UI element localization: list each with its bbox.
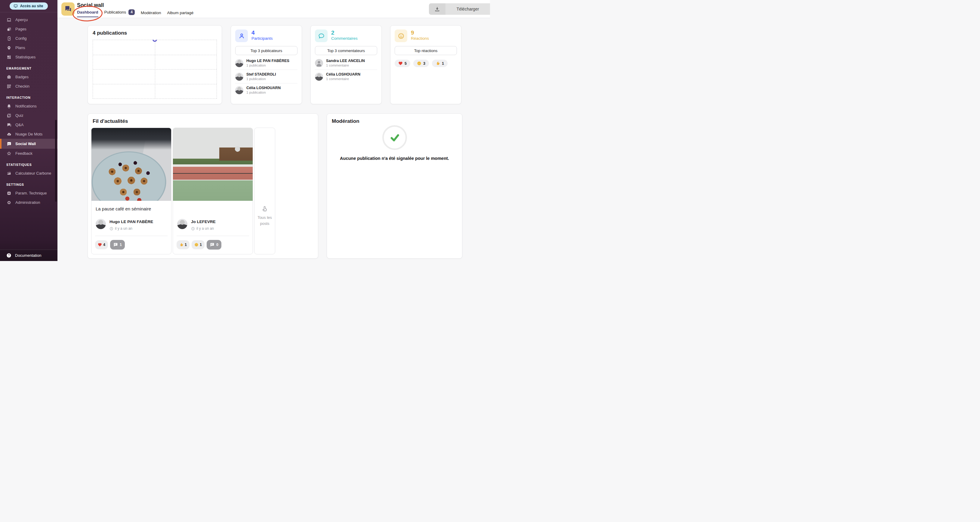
sidebar-item-qa[interactable]: Q&A: [0, 120, 57, 129]
sidebar-item-label: Statistiques: [15, 55, 35, 59]
list-item: Célia LOSHOUARN 1 commentaire: [315, 70, 377, 83]
comments-card: 2 Commentaires Top 3 commentateurs Sandr…: [310, 25, 382, 104]
chip-count: 1: [120, 243, 122, 247]
page-title: Social wall: [77, 2, 104, 8]
tab-publications[interactable]: Publications 4: [104, 10, 135, 17]
sidebar-item-notifications[interactable]: Notifications: [0, 101, 57, 111]
chip-count: 4: [103, 243, 105, 247]
gear-square-icon: [6, 190, 11, 196]
access-site-button[interactable]: Accès au site: [10, 2, 48, 10]
moderation-title: Modération: [332, 118, 457, 125]
dashboard-grid-icon: [6, 54, 11, 60]
laptop-icon: [6, 17, 11, 22]
sidebar-item-checkin[interactable]: Checkin: [0, 81, 57, 91]
sidebar-item-label: Social Wall: [15, 142, 36, 146]
download-button[interactable]: Télécharger: [429, 3, 490, 15]
tab-label: Modération: [141, 11, 161, 15]
list-item: Stef STADEROLI 1 publication: [235, 70, 298, 83]
avatar: [235, 59, 243, 67]
feed-title: Fil d'actualités: [91, 118, 315, 125]
reaction-pill-grin: 3: [413, 60, 429, 67]
sidebar-item-pages[interactable]: Pages: [0, 24, 57, 34]
grin-icon: [194, 243, 199, 247]
sidebar: Accès au site Aperçu Pages Config Plans: [0, 0, 57, 261]
tab-dashboard[interactable]: Dashboard: [77, 10, 99, 17]
top-reactions-button[interactable]: Top réactions: [395, 46, 457, 55]
sidebar-top: Accès au site: [0, 0, 57, 12]
feed-post: La pause café en séminaire Hugo LE PAN F…: [91, 128, 172, 254]
monitor-icon: [14, 4, 18, 8]
sidebar-item-label: Administration: [15, 200, 40, 205]
sidebar-item-calculateur-carbone[interactable]: Calculateur Carbone: [0, 169, 57, 178]
publications-chart-card: 4 publications: [88, 25, 222, 104]
tabs: Dashboard Publications 4 Modération Albu…: [77, 10, 193, 17]
post-time: il y a un an: [110, 227, 153, 231]
social-wall-icon: [6, 141, 11, 146]
word-cloud-icon: [6, 132, 11, 137]
chip-count: 1: [185, 243, 187, 247]
sidebar-item-config[interactable]: Config: [0, 34, 57, 43]
sidebar-section-emargement: EMARGEMENT: [0, 67, 57, 70]
reaction-count: 3: [423, 61, 425, 65]
heart-reaction-chip: 4: [95, 240, 108, 249]
sidebar-item-statistiques[interactable]: Statistiques: [0, 53, 57, 62]
person-sub: 1 publication: [247, 64, 290, 67]
sidebar-item-plans[interactable]: Plans: [0, 43, 57, 53]
avatar: [177, 219, 188, 229]
speech-bubble-icon: [318, 32, 325, 40]
sidebar-item-label: Plans: [15, 45, 25, 50]
sidebar-item-nuage-de-mots[interactable]: Nuage De Mots: [0, 129, 57, 139]
sidebar-scrollbar-thumb[interactable]: [55, 120, 57, 202]
publications-count-badge: 4: [129, 10, 135, 15]
generic-avatar: [315, 59, 323, 67]
post-time-label: il y a un an: [196, 227, 214, 231]
page-header: Social wall Dashboard Publications 4 Mod…: [57, 0, 490, 18]
reaction-count: 5: [404, 61, 407, 65]
reaction-pill-thumbs-up: 1: [432, 60, 448, 67]
sidebar-item-quiz[interactable]: Quiz: [0, 111, 57, 120]
person-name: Stef STADEROLI: [247, 72, 276, 77]
tab-moderation[interactable]: Modération: [141, 11, 161, 17]
comments-icon-tile: [315, 29, 328, 42]
help-circle-icon: [6, 253, 11, 258]
list-item: Hugo LE PAN FABÈRES 1 publication: [235, 56, 298, 70]
participants-count: 4: [251, 30, 273, 36]
sidebar-item-badges[interactable]: Badges: [0, 72, 57, 81]
avatar: [95, 219, 106, 229]
pages-icon: [6, 27, 11, 32]
tab-album-partage[interactable]: Album partagé: [167, 11, 194, 17]
post-image-tennis: [173, 128, 253, 201]
sidebar-item-administration[interactable]: Administration: [0, 198, 57, 207]
participants-icon-tile: [235, 29, 248, 42]
sidebar-item-social-wall[interactable]: Social Wall: [0, 139, 57, 149]
sidebar-item-label: Param. Technique: [15, 191, 47, 195]
sidebar-documentation[interactable]: Documentation: [0, 249, 57, 261]
avatar: [315, 73, 323, 81]
sidebar-item-label: Calculateur Carbone: [15, 171, 51, 176]
sidebar-item-label: Q&A: [15, 123, 24, 127]
comments-chip: 0: [207, 240, 221, 249]
reaction-count: 1: [442, 61, 444, 65]
heart-icon: [398, 61, 403, 65]
device-config-icon: [6, 36, 11, 41]
comments-label: Commentaires: [331, 36, 358, 41]
clock-icon: [110, 227, 113, 231]
thumbs-up-icon: [436, 61, 440, 65]
sidebar-item-feedback[interactable]: Feedback: [0, 149, 57, 158]
all-posts-card[interactable]: Tous les posts: [254, 128, 275, 254]
post-time-label: il y a un an: [115, 227, 132, 231]
person-icon: [238, 32, 245, 40]
top-publishers-button[interactable]: Top 3 publicateurs: [235, 46, 298, 55]
reactions-card: 9 Réactions Top réactions 5 3 1: [390, 25, 461, 104]
sidebar-item-apercu[interactable]: Aperçu: [0, 15, 57, 24]
person-sub: 1 commentaire: [326, 77, 360, 81]
tab-label: Publications: [104, 10, 126, 14]
reactions-label: Réactions: [411, 36, 429, 41]
post-time: il y a un an: [191, 227, 216, 231]
person-sub: 1 publication: [247, 91, 281, 94]
bell-icon: [6, 104, 11, 109]
sidebar-item-param-technique[interactable]: Param. Technique: [0, 188, 57, 198]
access-site-label: Accès au site: [20, 4, 43, 8]
top-commenters-button[interactable]: Top 3 commentateurs: [315, 46, 377, 55]
heart-icon: [98, 243, 102, 247]
